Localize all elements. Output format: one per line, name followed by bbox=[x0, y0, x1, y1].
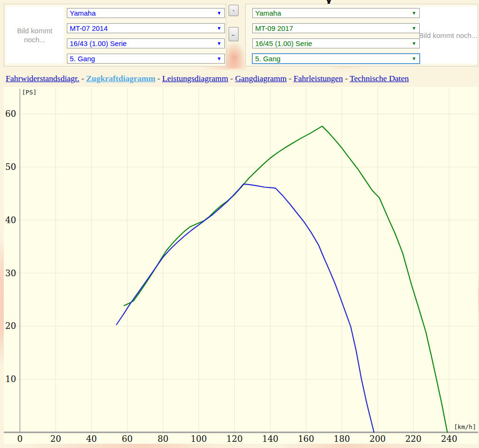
nav-link-4[interactable]: Fahrleistungen bbox=[294, 74, 343, 83]
nav-separator: - bbox=[228, 74, 235, 83]
left_panel-select-2[interactable]: 16/43 (1.00) Serie▼ bbox=[67, 38, 225, 48]
copy-left-button[interactable]: ← bbox=[229, 27, 239, 41]
decor-center-flame bbox=[226, 42, 246, 68]
chevron-down-icon: ▼ bbox=[217, 54, 221, 63]
y-tick-label: 60 bbox=[5, 109, 16, 119]
select-value: 16/45 (1.00) Serie bbox=[255, 39, 312, 47]
x-tick-label: 160 bbox=[298, 434, 314, 444]
select-value: 16/43 (1.00) Serie bbox=[70, 39, 127, 47]
left-image-placeholder: Bild kommt noch... bbox=[6, 7, 64, 63]
select-value: 5. Gang bbox=[70, 55, 95, 63]
left-vehicle-panel: Bild kommt noch... Yamaha▼MT-07 2014▼16/… bbox=[4, 4, 226, 66]
y-tick-label: 10 bbox=[5, 374, 16, 384]
left_panel-select-3[interactable]: 5. Gang▼ bbox=[67, 54, 225, 64]
right-vehicle-panel: Bild kommt noch... Yamaha▼MT-09 2017▼16/… bbox=[245, 4, 478, 66]
y-tick-label: 20 bbox=[5, 321, 16, 331]
chevron-down-icon: ▼ bbox=[412, 9, 416, 18]
x-tick-label: 140 bbox=[262, 434, 278, 444]
nav-link-2[interactable]: Leistungsdiagramm bbox=[162, 74, 228, 83]
x-tick-label: 0 bbox=[17, 434, 22, 444]
left_panel-select-0[interactable]: Yamaha▼ bbox=[67, 8, 225, 18]
x-tick-label: 120 bbox=[226, 434, 242, 444]
right-image-placeholder: Bild kommt noch... bbox=[419, 7, 478, 64]
y-tick-label: 30 bbox=[5, 268, 16, 278]
right_panel-select-1[interactable]: MT-09 2017▼ bbox=[252, 23, 420, 33]
zugkraft-chart: 0204060801001201401601802002202401020304… bbox=[0, 87, 479, 448]
nav-link-5[interactable]: Technische Daten bbox=[350, 74, 409, 83]
y-unit-label: [PS] bbox=[22, 89, 37, 96]
right-placeholder-text: Bild kommt noch... bbox=[419, 31, 477, 40]
x-tick-label: 100 bbox=[191, 434, 207, 444]
select-value: MT-07 2014 bbox=[70, 24, 108, 32]
nav-separator: - bbox=[155, 74, 162, 83]
nav-link-3[interactable]: Gangdiagramm bbox=[235, 74, 287, 83]
right_panel-select-3[interactable]: 5. Gang▼ bbox=[252, 53, 420, 64]
nav-separator: - bbox=[286, 74, 294, 83]
chevron-down-icon: ▼ bbox=[412, 54, 416, 63]
select-value: MT-09 2017 bbox=[255, 24, 293, 32]
x-tick-label: 60 bbox=[122, 434, 133, 444]
y-tick-label: 50 bbox=[5, 162, 16, 172]
chevron-down-icon: ▼ bbox=[217, 39, 221, 48]
left_panel-select-1[interactable]: MT-07 2014▼ bbox=[67, 23, 225, 33]
nav-link-0[interactable]: Fahrwiderstandsdiagr. bbox=[6, 74, 79, 83]
x-tick-label: 200 bbox=[369, 434, 386, 444]
right_panel-select-0[interactable]: Yamaha▼ bbox=[252, 8, 420, 18]
nav-separator: - bbox=[343, 74, 350, 83]
nav-link-1[interactable]: Zugkraftdiagramm bbox=[86, 74, 156, 83]
x-tick-label: 40 bbox=[86, 434, 97, 444]
x-tick-label: 240 bbox=[441, 434, 457, 444]
x-unit-label: [km/h] bbox=[454, 423, 476, 430]
x-tick-label: 20 bbox=[50, 434, 61, 444]
select-value: Yamaha bbox=[255, 9, 281, 17]
plot-background bbox=[4, 87, 478, 444]
chevron-down-icon: ▼ bbox=[412, 39, 416, 48]
motorcycle-comparison-page: y Bild kommt noch... Yamaha▼MT-07 2014▼1… bbox=[0, 0, 479, 448]
remove-comparison-button[interactable]: - bbox=[229, 5, 239, 16]
select-value: Yamaha bbox=[70, 9, 96, 17]
x-tick-label: 180 bbox=[334, 434, 350, 444]
left-placeholder-text: Bild kommt noch... bbox=[6, 26, 64, 44]
select-value: 5. Gang bbox=[255, 55, 280, 63]
right_panel-select-2[interactable]: 16/45 (1.00) Serie▼ bbox=[252, 38, 420, 48]
y-tick-label: 40 bbox=[5, 215, 16, 225]
diagram-nav: Fahrwiderstandsdiagr. - Zugkraftdiagramm… bbox=[6, 74, 478, 84]
chevron-down-icon: ▼ bbox=[217, 9, 221, 18]
chart-canvas: 0204060801001201401601802002202401020304… bbox=[0, 87, 479, 448]
nav-separator: - bbox=[79, 74, 86, 83]
x-tick-label: 220 bbox=[405, 434, 421, 444]
chevron-down-icon: ▼ bbox=[412, 24, 416, 33]
chevron-down-icon: ▼ bbox=[217, 24, 221, 33]
x-tick-label: 80 bbox=[157, 434, 168, 444]
